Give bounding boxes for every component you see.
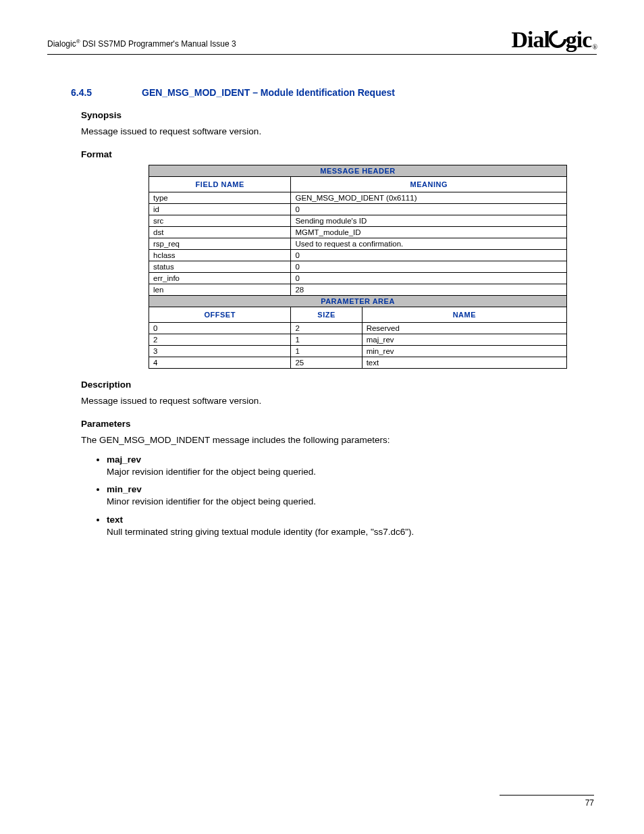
cell-meaning: Sending module's ID <box>291 215 567 226</box>
parameter-area-label: PARAMETER AREA <box>149 295 567 307</box>
section-number: 6.4.5 <box>47 87 142 98</box>
cell-meaning: 28 <box>291 284 567 295</box>
cell-field: type <box>149 192 291 203</box>
name-label: NAME <box>362 307 566 322</box>
table-row: 31min_rev <box>149 345 567 357</box>
table-row: dstMGMT_module_ID <box>149 226 567 238</box>
cell-size: 1 <box>291 345 362 357</box>
parameters-list: maj_revMajor revision identifier for the… <box>81 454 597 538</box>
table-row: 02Reserved <box>149 322 567 334</box>
cell-meaning: Used to request a confirmation. <box>291 238 567 249</box>
cell-name: min_rev <box>362 345 566 357</box>
cell-field: id <box>149 203 291 215</box>
size-label: SIZE <box>291 307 362 322</box>
brand-logo: Dialgic® <box>511 27 597 53</box>
cell-meaning: 0 <box>291 272 567 284</box>
list-item: min_revMinor revision identifier for the… <box>107 484 597 508</box>
page-header: Dialogic® DSI SS7MD Programmer's Manual … <box>47 27 597 55</box>
cell-offset: 3 <box>149 345 291 357</box>
cell-meaning: 0 <box>291 261 567 272</box>
page-number: 77 <box>585 798 594 808</box>
cell-size: 1 <box>291 334 362 345</box>
list-item: maj_revMajor revision identifier for the… <box>107 454 597 478</box>
header-doc-title: Dialogic® DSI SS7MD Programmer's Manual … <box>47 38 236 53</box>
table-row: len28 <box>149 284 567 295</box>
page-footer: 77 <box>500 795 594 808</box>
cell-size: 2 <box>291 322 362 334</box>
offset-label: OFFSET <box>149 307 291 322</box>
cell-size: 25 <box>291 357 362 368</box>
cell-meaning: GEN_MSG_MOD_IDENT (0x6111) <box>291 192 567 203</box>
cell-offset: 0 <box>149 322 291 334</box>
cell-meaning: MGMT_module_ID <box>291 226 567 238</box>
table-row: rsp_reqUsed to request a confirmation. <box>149 238 567 249</box>
table-row: status0 <box>149 261 567 272</box>
section-title: GEN_MSG_MOD_IDENT – Module Identificatio… <box>142 87 395 98</box>
cell-field: status <box>149 261 291 272</box>
table-row: err_info0 <box>149 272 567 284</box>
param-desc: Minor revision identifier for the object… <box>107 496 316 506</box>
cell-field: hclass <box>149 249 291 261</box>
cell-name: Reserved <box>362 322 566 334</box>
param-name: min_rev <box>107 484 142 494</box>
cell-offset: 2 <box>149 334 291 345</box>
parameters-heading: Parameters <box>81 419 597 429</box>
cell-field: dst <box>149 226 291 238</box>
field-name-label: FIELD NAME <box>149 176 291 192</box>
param-desc: Major revision identifier for the object… <box>107 467 316 477</box>
section-heading-row: 6.4.5 GEN_MSG_MOD_IDENT – Module Identif… <box>47 87 597 98</box>
param-name: text <box>107 515 123 525</box>
meaning-label: MEANING <box>291 176 567 192</box>
table-row: 425text <box>149 357 567 368</box>
cell-field: rsp_req <box>149 238 291 249</box>
param-desc: Null terminated string giving textual mo… <box>107 527 414 537</box>
message-header-label: MESSAGE HEADER <box>149 165 567 176</box>
format-heading: Format <box>81 149 597 159</box>
cell-meaning: 0 <box>291 249 567 261</box>
parameters-intro: The GEN_MSG_MOD_INDENT message includes … <box>81 434 597 447</box>
table-row: 21maj_rev <box>149 334 567 345</box>
cell-meaning: 0 <box>291 203 567 215</box>
logo-reg: ® <box>592 43 597 51</box>
description-text: Message issued to request software versi… <box>81 395 597 408</box>
cell-field: len <box>149 284 291 295</box>
logo-prefix: Dial <box>511 27 549 52</box>
table-row: typeGEN_MSG_MOD_IDENT (0x6111) <box>149 192 567 203</box>
table-row: hclass0 <box>149 249 567 261</box>
header-title-text: DSI SS7MD Programmer's Manual Issue 3 <box>80 39 236 49</box>
param-name: maj_rev <box>107 454 141 465</box>
table-row: srcSending module's ID <box>149 215 567 226</box>
description-heading: Description <box>81 380 597 390</box>
cell-name: text <box>362 357 566 368</box>
cell-field: src <box>149 215 291 226</box>
cell-offset: 4 <box>149 357 291 368</box>
header-brand: Dialogic <box>47 39 76 49</box>
cell-field: err_info <box>149 272 291 284</box>
synopsis-text: Message issued to request software versi… <box>81 126 597 138</box>
logo-suffix: gic <box>566 27 592 52</box>
table-row: id0 <box>149 203 567 215</box>
cell-name: maj_rev <box>362 334 566 345</box>
format-table: MESSAGE HEADER FIELD NAME MEANING typeGE… <box>149 165 567 369</box>
list-item: textNull terminated string giving textua… <box>107 514 597 538</box>
synopsis-heading: Synopsis <box>81 110 597 120</box>
